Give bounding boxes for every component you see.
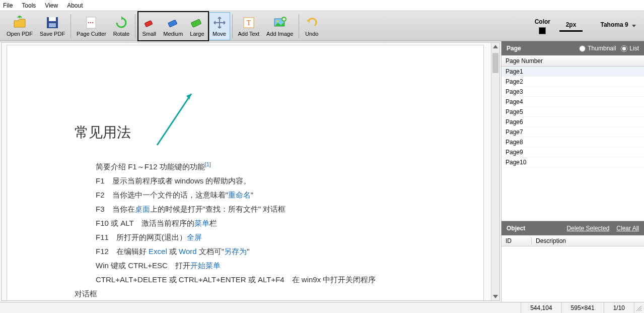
doc-row: F3 当你在桌面上的时候是打开"查找：所有文件" 对话框 [96, 202, 457, 216]
stroke-label: 2px [566, 21, 577, 28]
page-list-header: Page Number [502, 55, 644, 67]
open-pdf-button[interactable]: Open PDF [3, 12, 36, 40]
page-list-item[interactable]: Page4 [502, 97, 644, 107]
font-label: Tahoma 9 [600, 21, 628, 28]
svg-text:T: T [247, 19, 251, 27]
doc-link[interactable]: 全屏 [187, 233, 202, 241]
add-text-button[interactable]: T Add Text [235, 12, 263, 40]
page-list-item[interactable]: Page7 [502, 127, 644, 137]
doc-row: F2 当你选中一个文件的话，这意味着"重命名" [96, 188, 457, 202]
doc-intro: 简要介绍 F1～F12 功能键的功能[1] [96, 157, 457, 174]
doc-link[interactable]: 开始菜单 [190, 261, 221, 270]
eraser-small-label: Small [142, 31, 156, 37]
object-panel: Object Delete Selected Clear All ID Desc… [502, 221, 644, 302]
right-panel: Page Thumbnail List Page Number Page1Pag… [501, 41, 644, 302]
color-label: Color [535, 18, 550, 25]
content-area: 常见用法 简要介绍 F1～F12 功能键的功能[1] F1 显示当前程序或者 w… [0, 41, 644, 302]
vertical-scrollbar[interactable] [491, 43, 499, 300]
toolbar-separator [70, 14, 71, 38]
eraser-large-label: Large [190, 31, 204, 37]
menu-tools[interactable]: Tools [22, 2, 36, 9]
svg-rect-2 [49, 23, 56, 27]
toolbar-separator [232, 14, 233, 38]
eraser-large-button[interactable]: Large [186, 12, 207, 40]
undo-button[interactable]: Undo [301, 12, 322, 40]
page-list-item[interactable]: Page8 [502, 137, 644, 147]
page-list-item[interactable]: Page2 [502, 77, 644, 87]
add-image-label: Add Image [266, 31, 293, 37]
move-label: Move [212, 31, 226, 37]
doc-trail: 对话框 [75, 287, 457, 301]
move-icon [212, 16, 227, 30]
doc-link[interactable]: 重命名 [228, 191, 251, 199]
thumbnail-radio[interactable]: Thumbnail [579, 45, 616, 52]
object-panel-header: Object Delete Selected Clear All [502, 221, 644, 235]
svg-rect-4 [145, 20, 153, 27]
page-list-item[interactable]: Page5 [502, 107, 644, 117]
clear-all-link[interactable]: Clear All [616, 225, 639, 232]
font-picker[interactable]: Tahoma 9 [592, 21, 637, 31]
toolbar-separator [135, 14, 135, 38]
svg-marker-13 [186, 94, 191, 100]
list-radio[interactable]: List [621, 45, 639, 52]
rotate-icon [114, 16, 128, 30]
eraser-large-icon [190, 16, 204, 30]
scroll-thumb[interactable] [492, 53, 498, 73]
save-icon [45, 16, 59, 30]
page-cutter-button[interactable]: Page Cutter [73, 12, 110, 40]
page-cutter-label: Page Cutter [77, 31, 106, 37]
eraser-small-icon [142, 16, 156, 30]
page-list-item[interactable]: Page10 [502, 157, 644, 167]
color-swatch-icon [539, 27, 546, 34]
toolbar-right: Color 2px Tahoma 9 [535, 11, 637, 41]
menu-about[interactable]: About [67, 2, 83, 9]
color-picker[interactable]: Color [535, 18, 550, 34]
doc-link[interactable]: Excel [149, 247, 167, 256]
doc-link[interactable]: Word [179, 247, 197, 256]
ref-link[interactable]: [1] [205, 161, 211, 167]
page-list-item[interactable]: Page6 [502, 117, 644, 127]
menu-file[interactable]: File [3, 2, 13, 9]
status-page: 1/10 [604, 302, 634, 313]
stroke-width-picker[interactable]: 2px [559, 21, 583, 32]
status-coords: 544,104 [521, 302, 561, 313]
eraser-small-button[interactable]: Small [138, 12, 160, 40]
page-panel-header: Page Thumbnail List [502, 41, 644, 55]
status-bar: 544,104 595×841 1/10 [0, 302, 644, 313]
doc-link[interactable]: 桌面 [135, 205, 150, 213]
scroll-up-icon[interactable] [493, 45, 498, 48]
undo-icon [305, 16, 319, 30]
add-text-label: Add Text [238, 31, 260, 37]
delete-selected-link[interactable]: Delete Selected [567, 225, 610, 232]
col-id: ID [502, 237, 532, 244]
move-button[interactable]: Move [209, 12, 230, 40]
scroll-down-icon[interactable] [493, 295, 498, 298]
doc-row: F12 在编辑好 Excel 或 Word 文档可"另存为" [96, 244, 457, 259]
svg-rect-5 [168, 20, 177, 27]
rotate-button[interactable]: Rotate [110, 12, 133, 40]
undo-label: Undo [305, 31, 318, 37]
save-pdf-button[interactable]: Save PDF [36, 12, 68, 40]
status-dimensions: 595×841 [561, 302, 604, 313]
document-content: 常见用法 简要介绍 F1～F12 功能键的功能[1] F1 显示当前程序或者 w… [75, 123, 457, 301]
page-list-item[interactable]: Page9 [502, 147, 644, 157]
doc-row: F10 或 ALT 激活当前程序的菜单栏 [96, 216, 457, 230]
toolbar: Open PDF Save PDF Page Cutter Rotate Sma… [0, 11, 644, 41]
page-panel-title: Page [507, 45, 521, 52]
doc-row: F1 显示当前程序或者 windows 的帮助内容。 [96, 174, 457, 188]
toolbar-separator [299, 14, 299, 38]
page-list-item[interactable]: Page1 [502, 67, 644, 77]
resize-grip-icon[interactable] [634, 302, 644, 313]
document-page[interactable]: 常见用法 简要介绍 F1～F12 功能键的功能[1] F1 显示当前程序或者 w… [7, 45, 484, 301]
doc-row: F11 所打开的网页(退出）全屏 [96, 230, 457, 244]
menu-view[interactable]: View [45, 2, 58, 9]
add-image-icon [273, 16, 287, 30]
eraser-medium-button[interactable]: Medium [160, 12, 186, 40]
doc-row: Win 键或 CTRL+ESC 打开开始菜单 [96, 259, 457, 273]
col-description: Description [532, 237, 644, 244]
doc-link[interactable]: 菜单 [194, 219, 209, 227]
doc-link[interactable]: 另存为 [224, 247, 247, 256]
page-list-item[interactable]: Page3 [502, 87, 644, 97]
doc-row: CTRL+ALT+DELETE 或 CTRL+ALT+ENTER 或 ALT+F… [96, 273, 457, 287]
add-image-button[interactable]: Add Image [263, 12, 297, 40]
